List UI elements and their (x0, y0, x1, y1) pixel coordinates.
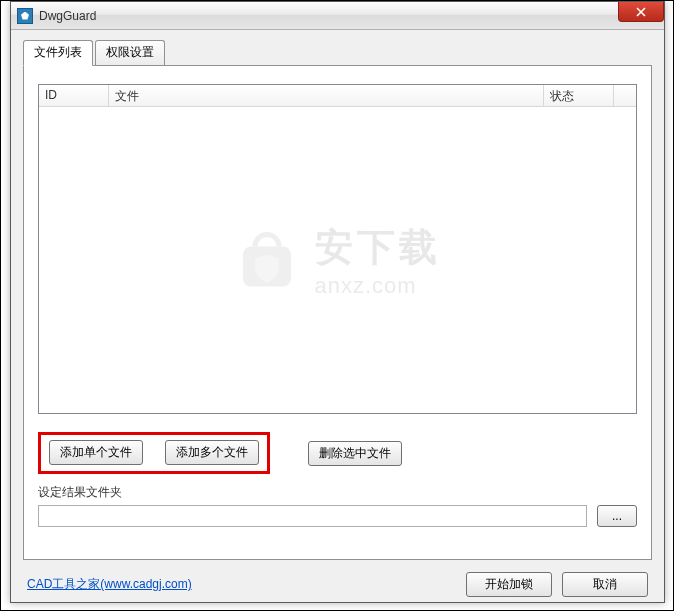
app-window: DwgGuard 文件列表 权限设置 ID (10, 1, 665, 603)
highlight-annotation: 添加单个文件 添加多个文件 (38, 432, 270, 474)
column-header-spare[interactable] (614, 85, 636, 106)
add-single-file-button[interactable]: 添加单个文件 (49, 440, 143, 465)
output-folder-input[interactable] (38, 505, 587, 527)
footer: CAD工具之家(www.cadgj.com) 开始加锁 取消 (23, 572, 652, 597)
close-icon (636, 7, 646, 17)
cancel-button[interactable]: 取消 (562, 572, 648, 597)
browse-button[interactable]: ... (597, 505, 637, 527)
close-button[interactable] (618, 2, 664, 22)
tabstrip: 文件列表 权限设置 (23, 40, 652, 65)
column-header-state[interactable]: 状态 (544, 85, 614, 106)
listview-header: ID 文件 状态 (39, 85, 636, 107)
watermark: 安下载 anxz.com (235, 222, 441, 299)
tab-file-list[interactable]: 文件列表 (23, 40, 93, 66)
start-lock-button[interactable]: 开始加锁 (466, 572, 552, 597)
tab-label: 权限设置 (106, 45, 154, 59)
output-folder-label: 设定结果文件夹 (38, 485, 122, 499)
bag-shield-icon (235, 228, 299, 292)
tab-label: 文件列表 (34, 45, 82, 59)
listview-body[interactable]: 安下载 anxz.com (39, 107, 636, 413)
file-listview[interactable]: ID 文件 状态 安下载 (38, 84, 637, 414)
vendor-link[interactable]: CAD工具之家(www.cadgj.com) (27, 576, 192, 593)
tabpanel-file-list: ID 文件 状态 安下载 (23, 65, 652, 560)
client-area: 文件列表 权限设置 ID 文件 状态 (11, 30, 664, 602)
watermark-cn: 安下载 (315, 222, 441, 273)
window-title: DwgGuard (39, 9, 96, 23)
titlebar[interactable]: DwgGuard (11, 2, 664, 30)
svg-rect-0 (243, 246, 291, 286)
column-header-id[interactable]: ID (39, 85, 109, 106)
corner-marker (38, 405, 47, 414)
column-header-file[interactable]: 文件 (109, 85, 544, 106)
app-icon (17, 8, 33, 24)
add-multiple-files-button[interactable]: 添加多个文件 (165, 440, 259, 465)
watermark-en: anxz.com (315, 273, 417, 299)
tab-permission-settings[interactable]: 权限设置 (95, 40, 165, 65)
delete-selected-button[interactable]: 删除选中文件 (308, 441, 402, 466)
